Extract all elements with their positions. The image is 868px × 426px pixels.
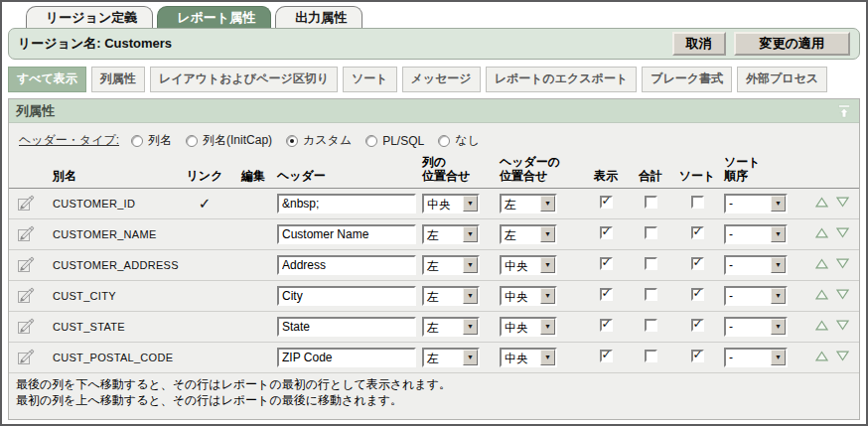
move-up-icon[interactable] (815, 258, 828, 272)
subtab-messages[interactable]: メッセージ (402, 67, 481, 92)
header-alignment-select[interactable]: 中央 ▼ (500, 255, 557, 275)
display-checkbox[interactable] (600, 319, 613, 332)
edit-row-pencil-icon[interactable] (17, 193, 36, 214)
sum-checkbox[interactable] (645, 257, 657, 270)
tab-print-attributes[interactable]: 出力属性 (275, 6, 362, 28)
sort-checkbox[interactable] (691, 196, 704, 209)
header-alignment-header: ヘッダーの 位置合せ (498, 154, 583, 188)
display-checkbox[interactable] (600, 196, 613, 209)
sum-checkbox[interactable] (645, 319, 657, 332)
sort-checkbox[interactable] (691, 226, 704, 239)
column-alias: CUST_STATE (53, 321, 125, 333)
header-alignment-select[interactable]: 中央 ▼ (500, 286, 557, 306)
edit-row-pencil-icon[interactable] (17, 254, 36, 276)
sort-order-select[interactable]: - ▼ (724, 224, 788, 244)
radio-icon[interactable] (365, 135, 377, 147)
edit-row-pencil-icon[interactable] (17, 285, 36, 307)
move-down-icon[interactable] (836, 289, 849, 303)
radio-icon[interactable] (286, 135, 298, 147)
move-down-icon[interactable] (836, 258, 849, 272)
sum-checkbox[interactable] (645, 196, 657, 209)
move-up-icon[interactable] (815, 227, 828, 241)
section-header: 列属性 (9, 99, 859, 123)
subtab-break-formatting[interactable]: ブレーク書式 (642, 67, 732, 92)
move-up-icon[interactable] (815, 351, 828, 364)
sort-order-select[interactable]: - ▼ (724, 286, 788, 306)
sort-checkbox[interactable] (691, 350, 704, 362)
header-text-input[interactable] (277, 194, 416, 213)
sum-checkbox[interactable] (645, 288, 657, 301)
subtab-external-processing[interactable]: 外部プロセス (737, 67, 827, 92)
dropdown-arrow-icon: ▼ (463, 226, 478, 242)
sort-checkbox[interactable] (691, 319, 704, 332)
move-help-notes: 最後の列を下へ移動すると、その行はレポートの最初の行として表示されます。 最初の… (9, 373, 859, 416)
table-row: CUST_POSTAL_CODE 左 ▼ (9, 342, 859, 372)
header-text-input[interactable] (277, 224, 416, 244)
dropdown-arrow-icon: ▼ (540, 319, 555, 335)
move-down-icon[interactable] (836, 351, 849, 364)
move-down-icon[interactable] (836, 227, 849, 241)
display-column-header: 表示 (583, 154, 629, 188)
cancel-button[interactable]: 取消 (672, 32, 726, 57)
header-type-radio-option[interactable]: なし (438, 132, 480, 149)
move-up-icon[interactable] (815, 289, 828, 303)
column-alignment-select[interactable]: 左 ▼ (422, 255, 480, 275)
move-down-icon[interactable] (836, 320, 849, 334)
display-checkbox[interactable] (600, 350, 613, 362)
sort-order-select[interactable]: - ▼ (724, 194, 788, 213)
sort-checkbox[interactable] (691, 257, 704, 270)
tab-report-attributes[interactable]: レポート属性 (157, 6, 271, 28)
header-alignment-select[interactable]: 中央 ▼ (500, 317, 557, 337)
header-alignment-select[interactable]: 左 ▼ (500, 194, 557, 213)
tab-label: 出力属性 (295, 9, 347, 27)
subtab-show-all[interactable]: すべて表示 (8, 67, 86, 92)
column-alignment-select[interactable]: 左 ▼ (422, 286, 480, 306)
column-alignment-select[interactable]: 左 ▼ (422, 317, 480, 337)
dropdown-arrow-icon: ▼ (540, 288, 555, 304)
edit-row-pencil-icon[interactable] (17, 347, 36, 368)
header-alignment-select[interactable]: 左 ▼ (500, 224, 557, 244)
header-text-input[interactable] (277, 348, 416, 367)
header-text-input[interactable] (277, 255, 416, 275)
header-text-input[interactable] (277, 317, 416, 337)
subtab-column-attributes[interactable]: 列属性 (91, 67, 145, 92)
header-text-input[interactable] (277, 286, 416, 306)
radio-icon[interactable] (131, 135, 143, 147)
radio-icon[interactable] (186, 135, 198, 147)
subtab-layout-pagination[interactable]: レイアウトおよびページ区切り (150, 67, 338, 92)
display-checkbox[interactable] (600, 257, 613, 270)
sort-order-select[interactable]: - ▼ (724, 255, 788, 275)
column-alignment-select[interactable]: 左 ▼ (422, 348, 480, 367)
move-up-icon[interactable] (815, 320, 828, 334)
sum-checkbox[interactable] (645, 226, 657, 239)
header-type-radio-option[interactable]: 列名(InitCap) (186, 132, 272, 149)
tab-label: リージョン定義 (46, 9, 137, 27)
collapse-region-icon[interactable] (836, 104, 852, 118)
radio-icon[interactable] (438, 135, 450, 147)
apply-changes-button[interactable]: 変更の適用 (734, 32, 850, 57)
dropdown-arrow-icon: ▼ (463, 319, 478, 335)
region-name-label: リージョン名: (18, 36, 101, 51)
subtab-report-export[interactable]: レポートのエクスポート (486, 67, 638, 92)
move-down-icon[interactable] (836, 197, 849, 211)
tab-region-definition[interactable]: リージョン定義 (26, 6, 153, 28)
edit-row-pencil-icon[interactable] (17, 316, 36, 338)
move-up-icon[interactable] (815, 197, 828, 211)
column-alignment-select[interactable]: 左 ▼ (422, 224, 480, 244)
sort-order-select[interactable]: - ▼ (724, 317, 788, 337)
sort-order-select[interactable]: - ▼ (724, 348, 788, 367)
column-alignment-select[interactable]: 中央 ▼ (422, 194, 480, 213)
edit-column-header: 編集 (231, 154, 275, 188)
header-type-radio-option[interactable]: PL/SQL (365, 134, 424, 148)
display-checkbox[interactable] (600, 288, 613, 301)
header-type-radio-option[interactable]: カスタム (286, 132, 352, 149)
sum-checkbox[interactable] (645, 350, 657, 362)
header-type-radio-option[interactable]: 列名 (131, 132, 172, 149)
edit-row-pencil-icon[interactable] (17, 223, 36, 245)
subtab-sorting[interactable]: ソート (343, 67, 397, 92)
header-alignment-select[interactable]: 中央 ▼ (500, 348, 557, 367)
display-checkbox[interactable] (600, 226, 613, 239)
sort-checkbox[interactable] (691, 288, 704, 301)
report-attributes-page: リージョン定義 レポート属性 出力属性 リージョン名: Customers 取消… (0, 0, 868, 426)
dropdown-arrow-icon: ▼ (540, 226, 555, 242)
